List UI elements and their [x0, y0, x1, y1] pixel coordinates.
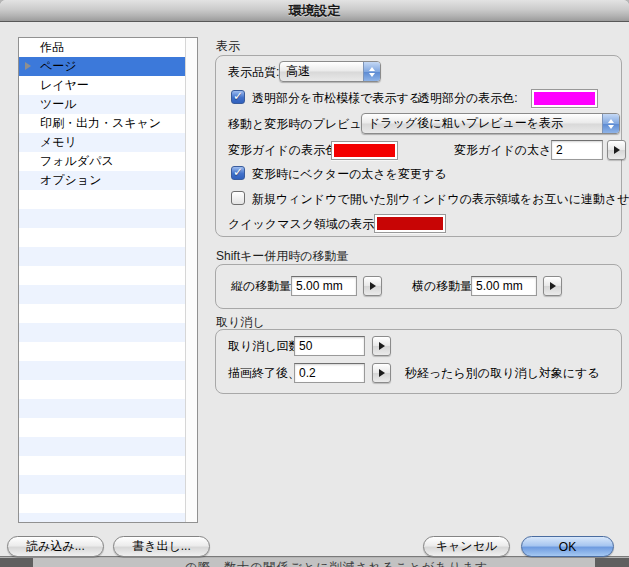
- right-arrow-icon: [550, 282, 556, 290]
- ok-button[interactable]: OK: [521, 536, 614, 557]
- vertical-move-field[interactable]: [291, 276, 357, 296]
- right-arrow-icon: [370, 282, 376, 290]
- import-button[interactable]: 読み込み...: [7, 536, 104, 557]
- cancel-button[interactable]: キャンセル: [423, 536, 510, 557]
- export-button[interactable]: 書き出し...: [113, 536, 210, 557]
- import-button-label: 読み込み...: [26, 538, 85, 555]
- sidebar-item-label: ページ: [40, 59, 77, 73]
- checkmark-icon: ✓: [233, 166, 243, 178]
- guide-width-label: 変形ガイドの太さ:: [454, 141, 555, 160]
- sidebar-item-folder-path[interactable]: フォルダパス: [19, 152, 185, 171]
- sidebar-item-artwork[interactable]: 作品: [19, 38, 185, 57]
- cancel-button-label: キャンセル: [436, 538, 497, 555]
- guide-color-label: 変形ガイドの表示色:: [228, 141, 340, 160]
- horizontal-move-stepper[interactable]: [543, 276, 562, 296]
- undo-after-field[interactable]: [294, 363, 365, 383]
- category-list-rows: 作品 ページ レイヤー ツール 印刷・出力・スキャン メモリ フォルダパス オプ…: [19, 38, 185, 522]
- ok-button-label: OK: [559, 540, 576, 554]
- checkerboard-checkbox-label: 透明部分を市松模様で表示する: [252, 89, 421, 108]
- horizontal-move-field[interactable]: [471, 276, 537, 296]
- popup-arrows-icon: [363, 62, 380, 81]
- sidebar-item-option[interactable]: オプション: [19, 171, 185, 190]
- sidebar-item-print-output-scan[interactable]: 印刷・出力・スキャン: [19, 114, 185, 133]
- right-arrow-icon: [614, 146, 620, 154]
- shift-group-title: Shiftキー併用時の移動量: [216, 248, 349, 265]
- move-preview-popup[interactable]: ドラッグ後に粗いプレビューを表示: [361, 113, 620, 134]
- vector-width-checkbox[interactable]: ✓: [231, 166, 245, 180]
- transparent-color-well[interactable]: [531, 89, 598, 108]
- category-list: 作品 ページ レイヤー ツール 印刷・出力・スキャン メモリ フォルダパス オプ…: [18, 37, 198, 523]
- transparent-color-label: 透明部分の表示色:: [418, 89, 518, 108]
- undo-after-stepper[interactable]: [372, 363, 391, 383]
- sidebar-item-tool[interactable]: ツール: [19, 95, 185, 114]
- checkerboard-checkbox[interactable]: ✓: [231, 90, 245, 104]
- display-quality-value: 高速: [280, 63, 363, 80]
- guide-width-field[interactable]: [551, 140, 603, 160]
- popup-arrows-icon: [602, 114, 619, 133]
- quickmask-color-label: クイックマスク領域の表示色:: [228, 215, 390, 234]
- vertical-move-stepper[interactable]: [363, 276, 382, 296]
- horizontal-move-label: 横の移動量:: [412, 277, 476, 296]
- undo-count-label: 取り消し回数:: [228, 337, 304, 356]
- move-preview-label: 移動と変形時のプレビュー:: [228, 115, 377, 134]
- transparent-color-swatch: [534, 92, 595, 105]
- link-windows-checkbox[interactable]: [231, 191, 245, 205]
- display-quality-popup[interactable]: 高速: [279, 61, 381, 82]
- category-list-scrollbar[interactable]: [185, 38, 197, 522]
- guide-color-swatch: [334, 144, 395, 157]
- selected-item-arrow-icon: [25, 62, 31, 70]
- quickmask-color-swatch: [377, 217, 443, 230]
- guide-color-well[interactable]: [331, 141, 398, 160]
- link-windows-checkbox-label: 新規ウィンドウで開いた別ウィンドウの表示領域をお互いに連動させる: [252, 190, 629, 209]
- sidebar-item-layer[interactable]: レイヤー: [19, 76, 185, 95]
- undo-count-stepper[interactable]: [372, 336, 391, 356]
- display-group-title: 表示: [216, 38, 240, 55]
- right-arrow-icon: [379, 342, 385, 350]
- checkmark-icon: ✓: [233, 90, 243, 102]
- background-window-strip: の際、数十の関係ごとに削減されることがあります。: [0, 558, 629, 567]
- display-quality-label: 表示品質:: [228, 63, 279, 82]
- preferences-dialog: 環境設定 作品 ページ レイヤー ツール 印刷・出力・スキャン メモリ フォルダ…: [0, 0, 629, 557]
- vector-width-checkbox-label: 変形時にベクターの太さを変更する: [252, 165, 447, 184]
- right-arrow-icon: [379, 369, 385, 377]
- background-window-text: の際、数十の関係ごとに削減されることがあります。: [185, 560, 605, 567]
- undo-after-suffix: 秒経ったら別の取り消し対象にする: [405, 364, 600, 383]
- sidebar-item-page[interactable]: ページ: [19, 57, 185, 76]
- sidebar-item-memory[interactable]: メモリ: [19, 133, 185, 152]
- quickmask-color-well[interactable]: [374, 214, 446, 233]
- move-preview-value: ドラッグ後に粗いプレビューを表示: [362, 115, 602, 132]
- title-bar[interactable]: 環境設定: [0, 0, 629, 22]
- export-button-label: 書き出し...: [132, 538, 191, 555]
- guide-width-stepper[interactable]: [607, 140, 626, 160]
- vertical-move-label: 縦の移動量:: [231, 277, 295, 296]
- screen: 環境設定 作品 ページ レイヤー ツール 印刷・出力・スキャン メモリ フォルダ…: [0, 0, 629, 567]
- undo-count-field[interactable]: [294, 336, 365, 356]
- undo-after-label: 描画終了後、: [228, 364, 300, 383]
- window-title: 環境設定: [289, 2, 341, 20]
- background-window-edge: [0, 558, 33, 567]
